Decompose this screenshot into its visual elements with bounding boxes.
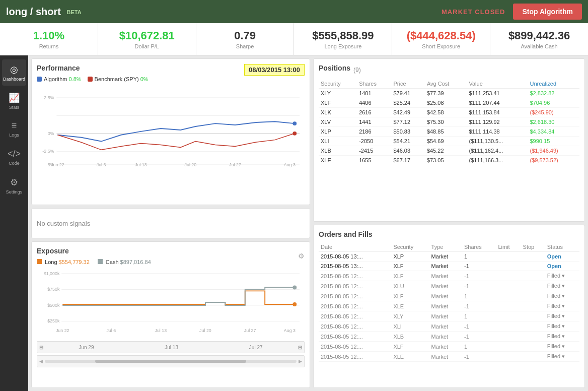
- sidebar-item-dashboard[interactable]: ◎Dashboard: [2, 59, 26, 86]
- order-cell: [496, 332, 521, 342]
- bench-legend-dot: [88, 77, 93, 82]
- order-cell: -1: [462, 332, 496, 342]
- order-cell: XLY: [391, 311, 429, 321]
- ocol-stop: Stop: [521, 242, 545, 252]
- positions-table-scroll[interactable]: Security Shares Price Avg Cost Value Unr…: [319, 79, 579, 165]
- exp-header: Exposure Long $554,779.32 Cash: [37, 247, 305, 265]
- stat-label: Sharpe: [236, 43, 254, 49]
- table-row: 2015-08-05 13:...XLFMarket-1Open: [319, 262, 579, 271]
- position-cell: 1441: [357, 117, 391, 127]
- title-text: long / short: [6, 6, 61, 17]
- horizontal-scrollbar[interactable]: ◀ ▶: [37, 355, 305, 367]
- scrollbar-thumb[interactable]: [95, 360, 246, 363]
- order-cell: XLP: [391, 252, 429, 262]
- order-cell: -1: [462, 301, 496, 311]
- svg-text:$250k: $250k: [47, 318, 60, 323]
- market-status: MARKET CLOSED: [442, 8, 505, 16]
- stat-label: Returns: [39, 43, 59, 49]
- order-cell: 2015-08-05 12:...: [319, 271, 391, 281]
- position-cell: $42.58: [425, 108, 467, 117]
- order-cell: [521, 332, 545, 342]
- table-row: XLK2616$42.49$42.58$111,153.84($245.90): [319, 108, 579, 117]
- order-cell: [496, 291, 521, 301]
- svg-text:Jun 22: Jun 22: [56, 328, 69, 333]
- stat-value: ($444,628.54): [407, 29, 476, 42]
- sidebar-item-code[interactable]: </>Code: [2, 144, 26, 170]
- positions-count: (9): [353, 67, 361, 74]
- position-cell: $111,114.38: [467, 127, 528, 137]
- perf-header: Performance Algorithm 0.8% Benchmark (SP…: [37, 64, 305, 84]
- order-status-cell: Filled ▾: [545, 311, 579, 321]
- order-cell: -1: [462, 352, 496, 362]
- stats-bar: 1.10%Returns$10,672.81Dollar P/L0.79Shar…: [0, 23, 588, 55]
- sidebar-item-logs[interactable]: ≡Logs: [2, 116, 26, 142]
- sidebar-item-stats[interactable]: 📈Stats: [2, 88, 26, 114]
- order-cell: Market: [429, 271, 462, 281]
- stat-item: ($444,628.54)Short Exposure: [392, 23, 490, 55]
- order-cell: [521, 262, 545, 271]
- timeline-inner: Jun 29 Jul 13 Jul 27: [43, 345, 298, 350]
- positions-tbody: XLY1401$79.41$77.39$111,253.41$2,832.82X…: [319, 89, 579, 165]
- order-cell: [496, 262, 521, 271]
- perf-date: 08/03/2015 13:00: [244, 64, 305, 76]
- stat-label: Short Exposure: [422, 43, 460, 49]
- scroll-left-arrow[interactable]: ◀: [37, 359, 45, 364]
- order-cell: [521, 311, 545, 321]
- bench-legend-label: Benchmark (SPY) 0%: [95, 76, 149, 82]
- stat-label: Available Cash: [521, 43, 557, 49]
- stat-item: 0.79Sharpe: [196, 23, 295, 55]
- scroll-right-arrow[interactable]: ▶: [297, 359, 304, 364]
- exp-long-label: Long $554,779.32: [37, 259, 90, 265]
- position-cell: XLF: [319, 98, 357, 108]
- sidebar-item-settings[interactable]: ⚙Settings: [2, 172, 26, 199]
- svg-text:Jul 20: Jul 20: [185, 162, 197, 167]
- table-row: 2015-08-05 13:...XLPMarket1Open: [319, 252, 579, 262]
- position-cell: XLV: [319, 117, 357, 127]
- orders-tbody: 2015-08-05 13:...XLPMarket1Open2015-08-0…: [319, 252, 579, 362]
- table-row: XLP2186$50.83$48.85$111,114.38$4,334.84: [319, 127, 579, 137]
- timeline-right-handle[interactable]: ⊟: [298, 345, 302, 350]
- header: long / short BETA MARKET CLOSED Stop Alg…: [0, 0, 588, 23]
- positions-title: Positions: [319, 64, 350, 72]
- order-cell: 2015-08-05 12:...: [319, 352, 391, 362]
- logs-icon: ≡: [12, 120, 17, 131]
- algo-legend-label: Algorithm 0.8%: [44, 76, 82, 82]
- order-status-cell: Filled ▾: [545, 342, 579, 352]
- col-price: Price: [391, 79, 424, 89]
- timeline-left-handle[interactable]: ⊟: [39, 345, 43, 350]
- exp-legend: Long $554,779.32 Cash $897,016.84: [37, 259, 151, 265]
- order-cell: XLF: [391, 342, 429, 352]
- stat-label: Long Exposure: [324, 43, 361, 49]
- position-cell: $111,207.44: [467, 98, 528, 108]
- legend-benchmark: Benchmark (SPY) 0%: [88, 76, 149, 82]
- order-cell: 2015-08-05 13:...: [319, 252, 391, 262]
- position-cell: $111,153.84: [467, 108, 528, 117]
- timeline-scrollbar[interactable]: ⊟ Jun 29 Jul 13 Jul 27 ⊟: [37, 341, 305, 353]
- position-cell: 2616: [357, 108, 391, 117]
- svg-point-26: [292, 286, 297, 290]
- sidebar-label-code: Code: [9, 161, 20, 166]
- order-cell: 2015-08-05 12:...: [319, 342, 391, 352]
- performance-chart: 2.5% 0% -2.5% -5% Jun 22 Jul 6: [37, 87, 305, 168]
- stop-algorithm-button[interactable]: Stop Algorithm: [513, 4, 582, 20]
- svg-text:Jul 27: Jul 27: [229, 162, 241, 167]
- svg-text:Jul 6: Jul 6: [106, 328, 116, 333]
- order-cell: [521, 342, 545, 352]
- position-cell: 1401: [357, 89, 391, 98]
- order-cell: -1: [462, 262, 496, 271]
- table-row: 2015-08-05 12:...XLEMarket-1Filled ▾: [319, 352, 579, 362]
- order-cell: [521, 352, 545, 362]
- order-cell: -1: [462, 271, 496, 281]
- position-cell: $75.30: [425, 117, 467, 127]
- ocol-shares: Shares: [462, 242, 496, 252]
- position-cell: ($111,166.3...: [467, 156, 528, 165]
- header-actions: MARKET CLOSED Stop Algorithm: [442, 4, 582, 20]
- svg-text:$500k: $500k: [47, 303, 60, 308]
- exp-cash-dot: [98, 259, 103, 264]
- position-cell: $77.39: [425, 89, 467, 98]
- sidebar-label-logs: Logs: [9, 133, 19, 138]
- table-row: XLY1401$79.41$77.39$111,253.41$2,832.82: [319, 89, 579, 98]
- orders-card: Orders and Fills Date Security Type Shar…: [313, 225, 585, 388]
- orders-table-scroll[interactable]: Date Security Type Shares Limit Stop Sta…: [319, 242, 579, 382]
- exp-gear-icon[interactable]: ⚙: [298, 252, 305, 260]
